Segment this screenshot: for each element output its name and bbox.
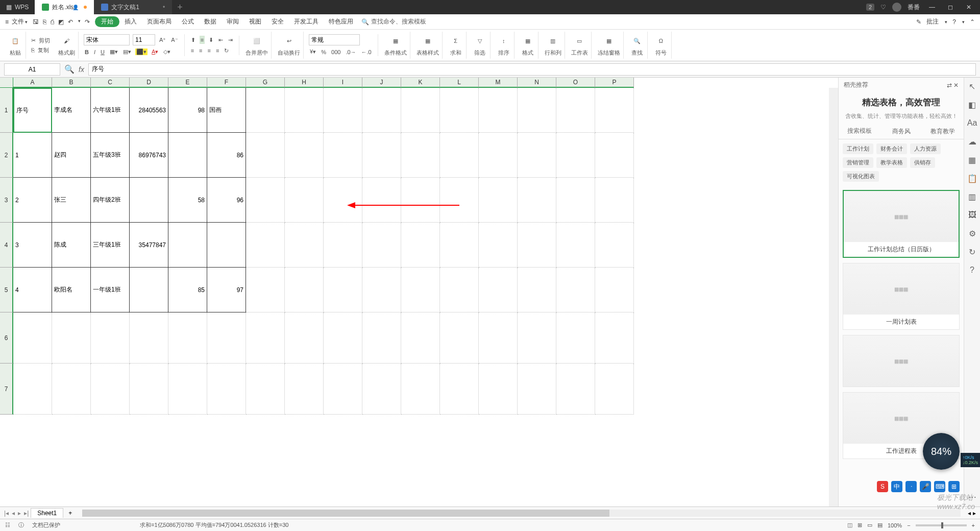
collapse-ribbon-icon[interactable]: ⌃ bbox=[970, 18, 975, 26]
style-icon[interactable]: Aa bbox=[968, 118, 977, 128]
align-justify-button[interactable]: ≡ bbox=[215, 46, 220, 55]
cell-E7[interactable] bbox=[168, 364, 207, 415]
menu-special[interactable]: 特色应用 bbox=[324, 17, 358, 26]
cell-O5[interactable] bbox=[556, 268, 595, 312]
freeze-button[interactable]: ▦冻结窗格 bbox=[598, 34, 620, 57]
menu-start[interactable]: 开始 bbox=[95, 16, 119, 27]
col-header-L[interactable]: L bbox=[440, 78, 479, 88]
cell-L3[interactable] bbox=[440, 178, 479, 223]
close-button[interactable]: ✕ bbox=[963, 4, 975, 11]
col-header-P[interactable]: P bbox=[595, 78, 634, 88]
analysis-icon[interactable]: ▥ bbox=[968, 192, 977, 201]
row-header-6[interactable]: 6 bbox=[0, 312, 13, 364]
cell-H6[interactable] bbox=[285, 312, 324, 364]
font-name-input[interactable] bbox=[84, 34, 130, 45]
cell-N2[interactable] bbox=[518, 133, 556, 178]
cell-H4[interactable] bbox=[285, 223, 324, 268]
cell-G6[interactable] bbox=[246, 312, 285, 364]
cell-I5[interactable] bbox=[324, 268, 362, 312]
thousands-button[interactable]: 000 bbox=[330, 48, 341, 56]
cell-D4[interactable]: 35477847 bbox=[130, 223, 168, 268]
format-painter-button[interactable]: 🖌 格式刷 bbox=[58, 34, 75, 57]
cell-K2[interactable] bbox=[401, 133, 440, 178]
cell-A1[interactable]: 序号 bbox=[13, 88, 52, 133]
cell-M2[interactable] bbox=[479, 133, 518, 178]
cell-L6[interactable] bbox=[440, 312, 479, 364]
font-color-button[interactable]: A▾ bbox=[151, 47, 159, 56]
cell-O4[interactable] bbox=[556, 223, 595, 268]
col-header-M[interactable]: M bbox=[479, 78, 518, 88]
fx-label[interactable]: fx bbox=[79, 65, 84, 74]
align-top-button[interactable]: ⬆ bbox=[190, 36, 197, 44]
col-header-D[interactable]: D bbox=[130, 78, 168, 88]
row-header-3[interactable]: 3 bbox=[0, 178, 13, 223]
grid-area[interactable]: 1序号李成名六年级1班2840556398国画21赵四五年级3班86976743… bbox=[0, 88, 829, 506]
format-button[interactable]: ▦格式 bbox=[521, 34, 535, 57]
cell-L2[interactable] bbox=[440, 133, 479, 178]
menu-hamburger-icon[interactable]: ≡ bbox=[5, 18, 9, 26]
font-size-input[interactable] bbox=[133, 34, 155, 45]
percent-button[interactable]: % bbox=[320, 48, 327, 56]
cell-N6[interactable] bbox=[518, 312, 556, 364]
cell-reference-input[interactable] bbox=[4, 63, 60, 76]
indent-decrease-button[interactable]: ⇤ bbox=[217, 36, 224, 44]
orientation-button[interactable]: ↻ bbox=[223, 46, 230, 55]
cell-O7[interactable] bbox=[556, 364, 595, 415]
cell-H1[interactable] bbox=[285, 88, 324, 133]
cell-P5[interactable] bbox=[595, 268, 634, 312]
decrease-font-icon[interactable]: A⁻ bbox=[170, 36, 179, 44]
fill-color-button[interactable]: ⬛▾ bbox=[135, 49, 148, 55]
cell-D6[interactable] bbox=[130, 312, 168, 364]
template-item-2[interactable]: ▦▦▦ bbox=[843, 335, 960, 387]
vertical-scrollbar[interactable] bbox=[829, 88, 838, 506]
cell-J3[interactable] bbox=[362, 178, 401, 223]
cell-B2[interactable]: 赵四 bbox=[52, 133, 91, 178]
cell-N7[interactable] bbox=[518, 364, 556, 415]
cell-N5[interactable] bbox=[518, 268, 556, 312]
cell-A5[interactable]: 4 bbox=[13, 268, 52, 312]
cell-F5[interactable]: 97 bbox=[207, 268, 246, 312]
cell-O1[interactable] bbox=[556, 88, 595, 133]
menu-pagelayout[interactable]: 页面布局 bbox=[142, 17, 177, 26]
increase-decimal-button[interactable]: .0→ bbox=[345, 48, 357, 56]
cell-G4[interactable] bbox=[246, 223, 285, 268]
minimize-button[interactable]: — bbox=[926, 4, 938, 11]
panel-close-icon[interactable]: ✕ bbox=[953, 82, 959, 89]
merge-center-button[interactable]: ⬜ 合并居中 bbox=[246, 34, 268, 57]
clear-button[interactable]: ◇▾ bbox=[162, 47, 172, 56]
help-icon[interactable]: ? bbox=[952, 18, 956, 26]
notification-badge[interactable]: 2 bbox=[866, 4, 874, 11]
cell-B1[interactable]: 李成名 bbox=[52, 88, 91, 133]
sheet-first-icon[interactable]: |◂ bbox=[4, 510, 9, 517]
menu-file[interactable]: 文件 bbox=[12, 17, 24, 26]
template-tag-3[interactable]: 营销管理 bbox=[843, 157, 873, 168]
number-format-select[interactable] bbox=[309, 34, 360, 45]
tab-docx[interactable]: 文字文稿1 • bbox=[94, 0, 172, 14]
cell-I1[interactable] bbox=[324, 88, 362, 133]
clipboard-icon[interactable]: 📋 bbox=[968, 174, 977, 183]
cell-P1[interactable] bbox=[595, 88, 634, 133]
cell-J7[interactable] bbox=[362, 364, 401, 415]
sort-button[interactable]: ↕排序 bbox=[497, 34, 511, 57]
select-all-corner[interactable] bbox=[0, 78, 13, 88]
cell-K5[interactable] bbox=[401, 268, 440, 312]
col-header-J[interactable]: J bbox=[362, 78, 401, 88]
cell-P4[interactable] bbox=[595, 223, 634, 268]
redo-icon[interactable]: ↷ bbox=[85, 18, 90, 26]
cell-A3[interactable]: 2 bbox=[13, 178, 52, 223]
underline-button[interactable]: U bbox=[100, 48, 106, 56]
cell-J6[interactable] bbox=[362, 312, 401, 364]
cell-G1[interactable] bbox=[246, 88, 285, 133]
cell-B3[interactable]: 张三 bbox=[52, 178, 91, 223]
align-middle-button[interactable]: ≡ bbox=[200, 36, 205, 44]
row-header-5[interactable]: 5 bbox=[0, 268, 13, 312]
template-tag-6[interactable]: 可视化图表 bbox=[843, 171, 879, 182]
paste-button[interactable]: 📋 粘贴 bbox=[8, 34, 22, 57]
menu-data[interactable]: 数据 bbox=[199, 17, 222, 26]
image-tool-icon[interactable]: 🖼 bbox=[968, 210, 977, 220]
cell-C2[interactable]: 五年级3班 bbox=[91, 133, 130, 178]
col-header-G[interactable]: G bbox=[246, 78, 285, 88]
col-header-F[interactable]: F bbox=[207, 78, 246, 88]
ime-punct-icon[interactable]: ᐧ bbox=[905, 481, 917, 492]
command-search[interactable]: 🔍 查找命令、搜索模板 bbox=[361, 17, 426, 26]
